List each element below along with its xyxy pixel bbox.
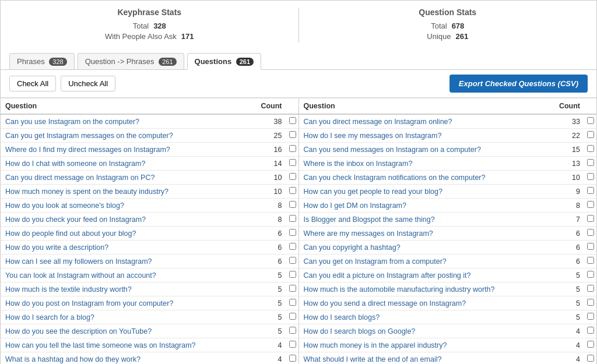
question-cell: Can you use Instagram on the computer?	[1, 114, 256, 129]
row-checkbox[interactable]	[587, 159, 594, 166]
check-cell[interactable]	[585, 157, 596, 171]
row-checkbox[interactable]	[289, 285, 296, 292]
check-cell[interactable]	[585, 129, 596, 143]
check-cell[interactable]	[287, 171, 298, 185]
check-cell[interactable]	[585, 310, 596, 324]
check-cell[interactable]	[287, 213, 298, 227]
row-checkbox[interactable]	[289, 173, 296, 180]
check-cell[interactable]	[585, 296, 596, 310]
check-cell[interactable]	[287, 268, 298, 282]
row-checkbox[interactable]	[289, 229, 296, 236]
check-cell[interactable]	[287, 241, 298, 255]
tab-questions[interactable]: Questions 261	[187, 53, 262, 70]
row-checkbox[interactable]	[587, 271, 594, 278]
check-cell[interactable]	[287, 352, 298, 365]
row-checkbox[interactable]	[587, 327, 594, 334]
check-cell[interactable]	[585, 268, 596, 282]
check-cell[interactable]	[287, 310, 298, 324]
check-cell[interactable]	[585, 241, 596, 255]
uncheck-all-button[interactable]: Uncheck All	[61, 76, 115, 91]
count-cell: 4	[554, 352, 585, 365]
check-cell[interactable]	[287, 143, 298, 157]
check-cell[interactable]	[585, 338, 596, 352]
question-cell: Can you direct message on Instagram onli…	[299, 114, 554, 129]
row-checkbox[interactable]	[587, 257, 594, 264]
count-cell: 5	[256, 310, 286, 324]
row-checkbox[interactable]	[587, 313, 594, 320]
check-cell[interactable]	[287, 199, 298, 213]
row-checkbox[interactable]	[587, 117, 594, 124]
check-cell[interactable]	[585, 185, 596, 199]
row-checkbox[interactable]	[587, 131, 594, 138]
check-cell[interactable]	[287, 227, 298, 241]
row-checkbox[interactable]	[289, 299, 296, 306]
check-cell[interactable]	[585, 171, 596, 185]
tab-question-phrases[interactable]: Question -> Phrases 261	[78, 53, 184, 69]
check-cell[interactable]	[585, 114, 596, 129]
row-checkbox[interactable]	[587, 355, 594, 362]
row-checkbox[interactable]	[587, 299, 594, 306]
row-checkbox[interactable]	[289, 257, 296, 264]
row-checkbox[interactable]	[587, 145, 594, 152]
row-checkbox[interactable]	[587, 201, 594, 208]
count-cell: 33	[554, 114, 585, 129]
count-cell: 10	[256, 171, 286, 185]
row-checkbox[interactable]	[289, 201, 296, 208]
table-row: Can you get on Instagram from a computer…	[299, 255, 597, 268]
tab-phrases[interactable]: Phrases 328	[9, 53, 75, 69]
question-cell: How can you get people to read your blog…	[299, 185, 554, 199]
check-cell[interactable]	[287, 114, 298, 129]
row-checkbox[interactable]	[289, 187, 296, 194]
row-checkbox[interactable]	[587, 173, 594, 180]
row-checkbox[interactable]	[289, 243, 296, 250]
check-cell[interactable]	[287, 255, 298, 268]
check-cell[interactable]	[585, 282, 596, 296]
row-checkbox[interactable]	[587, 229, 594, 236]
check-cell[interactable]	[585, 143, 596, 157]
row-checkbox[interactable]	[289, 355, 296, 362]
check-cell[interactable]	[585, 255, 596, 268]
table-row: What should I write at the end of an ema…	[299, 352, 597, 365]
check-cell[interactable]	[287, 282, 298, 296]
question-unique-label: Unique	[427, 32, 451, 41]
check-cell[interactable]	[585, 324, 596, 338]
row-checkbox[interactable]	[289, 313, 296, 320]
row-checkbox[interactable]	[289, 131, 296, 138]
row-checkbox[interactable]	[289, 117, 296, 124]
tab-question-phrases-badge: 261	[159, 58, 176, 66]
check-cell[interactable]	[287, 185, 298, 199]
check-cell[interactable]	[585, 213, 596, 227]
table-row: How can you tell the last time someone w…	[1, 338, 298, 352]
row-checkbox[interactable]	[289, 341, 296, 348]
question-cell: Can you get on Instagram from a computer…	[299, 255, 554, 268]
check-all-button[interactable]: Check All	[9, 76, 56, 91]
tab-questions-label: Questions	[195, 57, 232, 66]
check-cell[interactable]	[287, 296, 298, 310]
check-cell[interactable]	[287, 338, 298, 352]
row-checkbox[interactable]	[289, 327, 296, 334]
check-cell[interactable]	[585, 352, 596, 365]
check-cell[interactable]	[585, 199, 596, 213]
question-cell: Can you check Instagram notifications on…	[299, 171, 554, 185]
count-cell: 10	[554, 171, 585, 185]
check-cell[interactable]	[287, 129, 298, 143]
export-button[interactable]: Export Checked Questions (CSV)	[449, 75, 588, 93]
row-checkbox[interactable]	[587, 285, 594, 292]
row-checkbox[interactable]	[587, 341, 594, 348]
table-row: How much money is in the apparel industr…	[299, 338, 597, 352]
check-cell[interactable]	[287, 324, 298, 338]
row-checkbox[interactable]	[587, 215, 594, 222]
row-checkbox[interactable]	[289, 271, 296, 278]
question-cell: How much is the automobile manufacturing…	[299, 282, 554, 296]
check-cell[interactable]	[585, 227, 596, 241]
row-checkbox[interactable]	[587, 187, 594, 194]
row-checkbox[interactable]	[587, 243, 594, 250]
right-check-header	[585, 98, 596, 114]
table-row: Where are my messages on Instagram? 6	[299, 227, 597, 241]
row-checkbox[interactable]	[289, 215, 296, 222]
table-row: Can you use Instagram on the computer? 3…	[1, 114, 298, 129]
check-cell[interactable]	[287, 157, 298, 171]
row-checkbox[interactable]	[289, 145, 296, 152]
table-row: How do you check your feed on Instagram?…	[1, 213, 298, 227]
row-checkbox[interactable]	[289, 159, 296, 166]
